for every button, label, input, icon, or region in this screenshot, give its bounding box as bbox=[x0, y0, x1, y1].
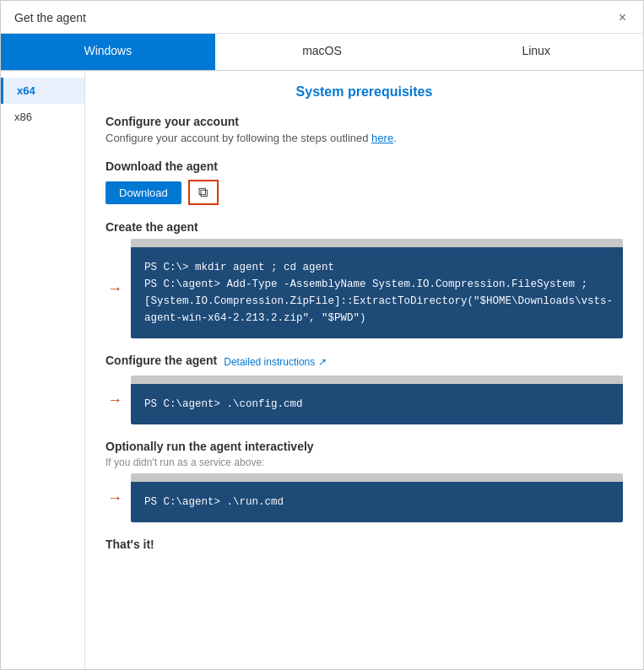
configure-account-section: Configure your account Configure your ac… bbox=[106, 115, 623, 144]
create-code-block: PS C:\> mkdir agent ; cd agent PS C:\age… bbox=[131, 247, 623, 338]
prerequisites-title: System prerequisites bbox=[106, 84, 623, 100]
download-button[interactable]: Download bbox=[106, 181, 181, 204]
configure-account-heading: Configure your account bbox=[106, 115, 623, 128]
prerequisites-section: System prerequisites bbox=[106, 84, 623, 100]
run-arrow-icon: → bbox=[107, 489, 122, 507]
os-tabs: Windows macOS Linux bbox=[1, 34, 643, 71]
arch-item-x86[interactable]: x86 bbox=[1, 104, 84, 130]
optional-heading: Optionally run the agent interactively bbox=[106, 440, 623, 453]
configure-header: Configure the agent Detailed instruction… bbox=[106, 354, 623, 370]
download-row: Download ⧉ bbox=[106, 180, 623, 205]
optional-section: Optionally run the agent interactively I… bbox=[106, 440, 623, 522]
configure-code-wrapper: → PS C:\agent> .\config.cmd bbox=[131, 376, 623, 424]
arch-item-x64[interactable]: x64 bbox=[1, 78, 84, 104]
tab-windows[interactable]: Windows bbox=[1, 34, 215, 70]
configure-arrow-icon: → bbox=[107, 392, 122, 409]
configure-heading: Configure the agent bbox=[106, 354, 217, 367]
main-content: System prerequisites Configure your acco… bbox=[85, 71, 643, 669]
detailed-instructions-link[interactable]: Detailed instructions ↗ bbox=[224, 356, 326, 368]
optional-subtext: If you didn't run as a service above: bbox=[106, 457, 623, 468]
tab-macos[interactable]: macOS bbox=[215, 34, 430, 70]
run-code-wrapper: → PS C:\agent> .\run.cmd bbox=[131, 473, 623, 522]
create-code-topbar bbox=[131, 239, 623, 247]
copy-button[interactable]: ⧉ bbox=[188, 180, 219, 205]
configure-code-block: PS C:\agent> .\config.cmd bbox=[131, 384, 623, 424]
configure-section: Configure the agent Detailed instruction… bbox=[106, 354, 623, 424]
run-code-block: PS C:\agent> .\run.cmd bbox=[131, 482, 623, 522]
configure-account-text: Configure your account by following the … bbox=[106, 132, 623, 144]
copy-icon: ⧉ bbox=[198, 185, 208, 200]
thats-it-label: That's it! bbox=[106, 538, 623, 551]
content-area: x64 x86 System prerequisites Configure y… bbox=[1, 71, 643, 669]
dialog: Get the agent × Windows macOS Linux x64 … bbox=[0, 0, 644, 670]
arch-sidebar: x64 x86 bbox=[1, 71, 85, 669]
tab-linux[interactable]: Linux bbox=[429, 34, 643, 70]
configure-account-link[interactable]: here bbox=[371, 132, 393, 144]
run-code-topbar bbox=[131, 473, 623, 482]
configure-code-topbar bbox=[131, 376, 623, 384]
download-heading: Download the agent bbox=[106, 159, 623, 173]
title-bar: Get the agent × bbox=[1, 1, 643, 34]
configure-account-description: Configure your account by following the … bbox=[106, 132, 371, 144]
dialog-title: Get the agent bbox=[14, 11, 86, 24]
create-arrow-icon: → bbox=[107, 280, 122, 298]
create-section: Create the agent → PS C:\> mkdir agent ;… bbox=[106, 220, 623, 338]
close-button[interactable]: × bbox=[615, 9, 630, 26]
download-section: Download the agent Download ⧉ bbox=[106, 159, 623, 205]
create-code-wrapper: → PS C:\> mkdir agent ; cd agent PS C:\a… bbox=[131, 239, 623, 338]
create-heading: Create the agent bbox=[106, 220, 623, 234]
